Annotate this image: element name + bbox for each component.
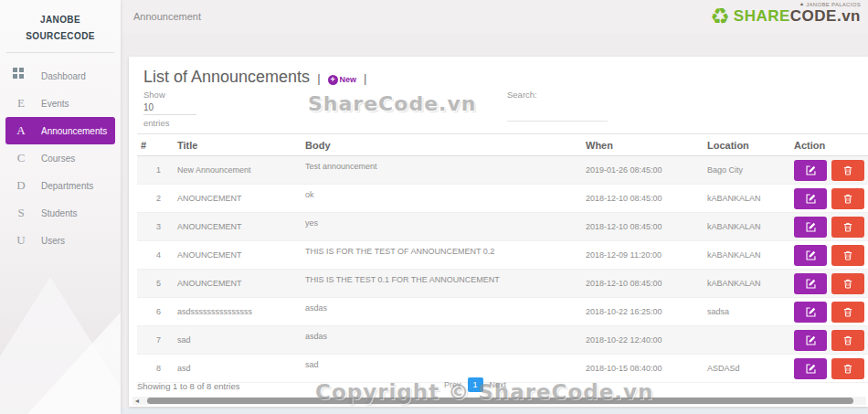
page-1-button[interactable]: 1 [468,377,483,392]
edit-button[interactable] [794,245,827,266]
edit-button[interactable] [794,273,827,294]
cell-location [704,326,790,355]
next-page-button[interactable]: Next [490,380,507,389]
column-header-title[interactable]: Title [174,134,302,156]
cell-num: 3 [137,213,174,241]
sidebar-item-courses[interactable]: C Courses [5,144,115,172]
table-row: 7 sad asdas 2018-10-22 12:40:00 [137,326,868,355]
app-window: JANOBE SOURCECODE Dashboard E Events A A… [0,0,868,414]
trash-icon [842,221,853,233]
sidebar-item-users[interactable]: U Users [5,227,115,254]
trash-icon [842,193,853,205]
trash-icon [842,278,853,290]
cell-when: 2018-12-10 08:45:00 [582,185,704,213]
table-row: 4 ANOUNCEMENT THIS IS FOR THE TEST OF AN… [137,241,868,270]
cell-body: yes [302,213,582,241]
column-header-location[interactable]: Location [704,134,790,156]
cell-body: Test announcement [302,156,582,185]
cell-location: kABANKALAN [704,270,790,298]
sidebar-menu: Dashboard E Events A Announcements C Cou… [0,62,121,254]
cell-body: THIS IS FOR THE TEST OF ANNOUNCEMENT 0.2 [302,241,582,270]
sidebar-item-dashboard[interactable]: Dashboard [5,62,115,90]
delete-button[interactable] [831,245,864,266]
scrollbar-thumb[interactable] [147,398,853,404]
delete-button[interactable] [831,273,864,294]
cell-title: asd [174,355,302,383]
search-control: Search: [507,90,608,122]
delete-button[interactable] [831,217,864,238]
cell-action [790,213,868,241]
cell-num: 1 [137,156,174,185]
cell-num: 6 [137,298,174,326]
table-row: 5 ANOUNCEMENT THIS IS THE TEST 0.1 FOR T… [137,270,868,298]
edit-button[interactable] [794,358,827,379]
cell-location: Bago City [704,156,790,185]
cell-when: 2019-01-26 08:45:00 [582,156,704,185]
panel-title: List of Announcements [143,68,310,86]
trash-icon [842,363,853,375]
sidebar-brand: JANOBE SOURCECODE [6,0,114,53]
cell-body: asdas [302,326,582,355]
prev-page-button[interactable]: Prev [444,380,461,389]
length-control: Show 10 entries [143,90,196,128]
trash-icon [842,306,853,318]
sidebar-item-events[interactable]: E Events [5,90,115,117]
edit-button[interactable] [794,302,827,323]
edit-button[interactable] [794,160,827,181]
delete-button[interactable] [831,302,864,323]
delete-button[interactable] [831,358,864,379]
sidebar-item-label: Announcements [41,126,107,136]
sidebar-item-students[interactable]: S Students [5,199,115,227]
edit-pencil-icon [805,334,817,346]
cell-num: 2 [137,185,174,213]
star-icon: ✶ [799,2,804,7]
cell-action [790,326,868,355]
cell-when: 2018-10-22 16:25:00 [582,298,704,326]
trash-icon [842,334,853,346]
new-announcement-button[interactable]: +New [328,75,357,84]
edit-pencil-icon [805,221,817,233]
cell-title: ANOUNCEMENT [174,185,302,213]
cell-body: asdas [302,298,582,326]
menu-icon: S [14,206,28,220]
mountain-background [27,304,121,414]
edit-button[interactable] [794,188,827,209]
delete-button[interactable] [831,188,864,209]
cell-num: 4 [137,241,174,270]
edit-pencil-icon [805,278,817,290]
sidebar-item-label: Dashboard [41,71,86,81]
sidebar-item-announcements[interactable]: A Announcements [5,117,115,144]
edit-button[interactable] [794,217,827,238]
search-input[interactable] [507,111,608,122]
topbar: Announcement ♻ ✶JANOBE PALACIOS SHARECOD… [121,0,868,33]
cell-action [790,298,868,326]
entries-label: entries [143,118,196,128]
cell-location: kABANKALAN [704,241,790,270]
scroll-left-arrow-icon[interactable]: ◄ [132,398,142,404]
delete-button[interactable] [831,160,864,181]
menu-icon: E [14,96,28,111]
column-header-num[interactable]: # [137,134,174,156]
column-header-body[interactable]: Body [302,134,582,156]
cell-when: 2018-12-10 08:45:00 [582,213,704,241]
cell-action [790,355,868,383]
logo-code-text: CODE.vn [790,7,861,25]
sidebar-item-label: Departments [41,181,93,191]
page-size-select[interactable]: 10 [143,100,196,115]
column-header-when[interactable]: When [582,134,704,156]
sidebar-item-label: Users [41,236,65,246]
cell-title: ANOUNCEMENT [174,270,302,298]
cell-when: 2018-12-10 08:45:00 [582,270,704,298]
menu-icon: U [14,233,28,248]
cell-title: ANOUNCEMENT [174,241,302,270]
cell-num: 8 [137,355,174,383]
table-body: 1 New Announcement Test announcement 201… [137,156,868,383]
table-row: 1 New Announcement Test announcement 201… [137,156,868,185]
delete-button[interactable] [831,330,864,351]
edit-button[interactable] [794,330,827,351]
cell-body: ok [302,185,582,213]
horizontal-scrollbar[interactable]: ◄ [132,397,866,405]
column-header-action[interactable]: Action [790,134,868,156]
sidebar-item-departments[interactable]: D Departments [5,172,115,199]
cell-title: New Announcement [174,156,302,185]
